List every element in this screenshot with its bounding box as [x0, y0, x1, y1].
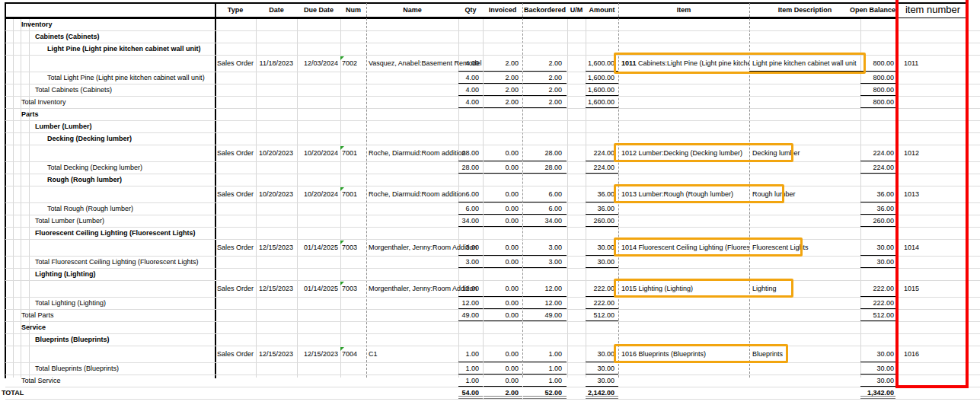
cell-back[interactable]: 1.00 — [523, 346, 567, 362]
cell-due[interactable]: 10/20/2024 — [298, 145, 340, 161]
cell-inv[interactable]: 0.00 — [484, 281, 522, 297]
cell-num[interactable]: 7001 — [342, 145, 368, 161]
cell-qty[interactable]: 12.00 — [458, 281, 483, 297]
cell-inv[interactable]: 2.00 — [484, 72, 522, 84]
cell-name[interactable]: Morgenthaler, Jenny:Room Addition — [369, 281, 463, 297]
cell-back[interactable]: 12.00 — [523, 298, 567, 309]
cell-back[interactable]: 2.00 — [523, 72, 567, 84]
cell-qty[interactable]: 4.00 — [458, 84, 483, 96]
col-header-name[interactable]: Name — [366, 3, 458, 17]
cell-amt[interactable]: 1,600.00 — [586, 72, 618, 84]
row-label[interactable]: Total Fluorescent Ceiling Lighting (Fluo… — [35, 257, 248, 268]
row-label[interactable]: Decking (Decking lumber) — [47, 133, 260, 145]
row-label[interactable]: Total Inventory — [21, 97, 235, 108]
cell-openbal[interactable]: 260.00 — [860, 215, 895, 227]
cell-inv[interactable]: 0.00 — [484, 162, 522, 174]
cell-qty[interactable]: 54.00 — [458, 387, 483, 399]
cell-num[interactable]: 7002 — [342, 56, 368, 72]
row-label[interactable]: Rough (Rough lumber) — [47, 174, 260, 186]
row-label[interactable]: Total Blueprints (Blueprints) — [35, 363, 248, 375]
cell-inv[interactable]: 2.00 — [484, 84, 522, 96]
row-label[interactable]: Total Light Pine (Light pine kitchen cab… — [47, 72, 260, 84]
cell-back[interactable]: 2.00 — [523, 84, 567, 96]
cell-qty[interactable]: 28.00 — [458, 145, 483, 161]
cell-date[interactable]: 11/18/2023 — [257, 56, 295, 72]
cell-type[interactable]: Sales Order — [215, 346, 255, 362]
cell-inv[interactable]: 0.00 — [484, 375, 522, 387]
cell-inv[interactable]: 0.00 — [484, 215, 522, 227]
cell-openbal[interactable]: 800.00 — [860, 97, 895, 108]
cell-name[interactable]: C1 — [369, 346, 463, 362]
cell-qty[interactable]: 1.00 — [458, 363, 483, 375]
row-label[interactable]: Service — [21, 322, 235, 333]
cell-openbal[interactable]: 222.00 — [860, 281, 895, 297]
cell-openbal[interactable]: 30.00 — [860, 363, 895, 375]
cell-date[interactable]: 10/20/2023 — [257, 145, 295, 161]
cell-num[interactable]: 7001 — [342, 186, 368, 202]
cell-date[interactable]: 12/15/2023 — [257, 281, 295, 297]
cell-amt[interactable]: 1,600.00 — [586, 84, 618, 96]
cell-qty[interactable]: 49.00 — [458, 310, 483, 321]
row-label[interactable]: Total Parts — [21, 310, 235, 321]
cell-back[interactable]: 3.00 — [523, 257, 567, 268]
cell-due[interactable]: 10/20/2024 — [298, 186, 340, 202]
cell-back[interactable]: 1.00 — [523, 363, 567, 375]
row-label[interactable]: Total Rough (Rough lumber) — [47, 203, 260, 215]
cell-back[interactable]: 2.00 — [523, 56, 567, 72]
cell-inv[interactable]: 0.00 — [484, 363, 522, 375]
cell-amt[interactable]: 36.00 — [586, 203, 618, 215]
row-label[interactable]: Total Lighting (Lighting) — [35, 298, 248, 309]
cell-openbal[interactable]: 1,342.00 — [860, 387, 895, 399]
cell-back[interactable]: 49.00 — [523, 310, 567, 321]
cell-inv[interactable]: 2.00 — [484, 56, 522, 72]
cell-num[interactable]: 7003 — [342, 281, 368, 297]
cell-name[interactable]: Roche, Diarmuid:Room addition — [369, 145, 463, 161]
cell-back[interactable]: 28.00 — [523, 162, 567, 174]
cell-name[interactable]: Morgenthaler, Jenny:Room Addition — [369, 240, 463, 256]
cell-openbal[interactable]: 30.00 — [860, 240, 895, 256]
cell-due[interactable]: 12/03/2024 — [298, 56, 340, 72]
cell-inv[interactable]: 0.00 — [484, 145, 522, 161]
row-label[interactable]: Light Pine (Light pine kitchen cabinet w… — [47, 43, 260, 55]
cell-openbal[interactable]: 30.00 — [860, 346, 895, 362]
cell-qty[interactable]: 1.00 — [458, 375, 483, 387]
col-header-due-date[interactable]: Due Date — [297, 3, 340, 17]
cell-back[interactable]: 52.00 — [523, 387, 567, 399]
cell-date[interactable]: 12/15/2023 — [257, 346, 295, 362]
col-header-qty[interactable]: Qty — [458, 3, 483, 17]
cell-date[interactable]: 10/20/2023 — [257, 186, 295, 202]
cell-openbal[interactable]: 36.00 — [860, 186, 895, 202]
col-header-date[interactable]: Date — [256, 3, 297, 17]
cell-inv[interactable]: 2.00 — [484, 97, 522, 108]
cell-qty[interactable]: 12.00 — [458, 298, 483, 309]
col-header-invoiced[interactable]: Invoiced — [483, 3, 522, 17]
cell-type[interactable]: Sales Order — [215, 281, 255, 297]
cell-qty[interactable]: 3.00 — [458, 257, 483, 268]
row-label[interactable]: Lighting (Lighting) — [35, 269, 248, 280]
cell-inv[interactable]: 2.00 — [484, 387, 522, 399]
cell-openbal[interactable]: 30.00 — [860, 375, 895, 387]
cell-back[interactable]: 6.00 — [523, 203, 567, 215]
cell-openbal[interactable]: 36.00 — [860, 203, 895, 215]
cell-qty[interactable]: 4.00 — [458, 97, 483, 108]
cell-amt[interactable]: 224.00 — [586, 162, 618, 174]
row-label[interactable]: Total Cabinets (Cabinets) — [35, 84, 248, 96]
cell-due[interactable]: 12/15/2023 — [298, 346, 340, 362]
cell-amt[interactable]: 30.00 — [586, 375, 618, 387]
cell-openbal[interactable]: 512.00 — [860, 310, 895, 321]
cell-amt[interactable]: 1,600.00 — [586, 97, 618, 108]
cell-num[interactable]: 7003 — [342, 240, 368, 256]
cell-amt[interactable]: 512.00 — [586, 310, 618, 321]
row-label[interactable]: Total Decking (Decking lumber) — [47, 162, 260, 174]
cell-openbal[interactable]: 30.00 — [860, 257, 895, 268]
col-header-type[interactable]: Type — [215, 3, 256, 17]
cell-inv[interactable]: 0.00 — [484, 346, 522, 362]
row-label[interactable]: Inventory — [21, 19, 235, 30]
row-label[interactable]: Blueprints (Blueprints) — [35, 334, 248, 346]
col-header-open-balance[interactable]: Open Balance — [841, 3, 895, 17]
cell-name[interactable]: Vasquez, Anabel:Basement Remodel — [369, 56, 463, 72]
cell-amt[interactable]: 222.00 — [586, 298, 618, 309]
cell-type[interactable]: Sales Order — [215, 56, 255, 72]
cell-back[interactable]: 3.00 — [523, 240, 567, 256]
cell-qty[interactable]: 4.00 — [458, 56, 483, 72]
